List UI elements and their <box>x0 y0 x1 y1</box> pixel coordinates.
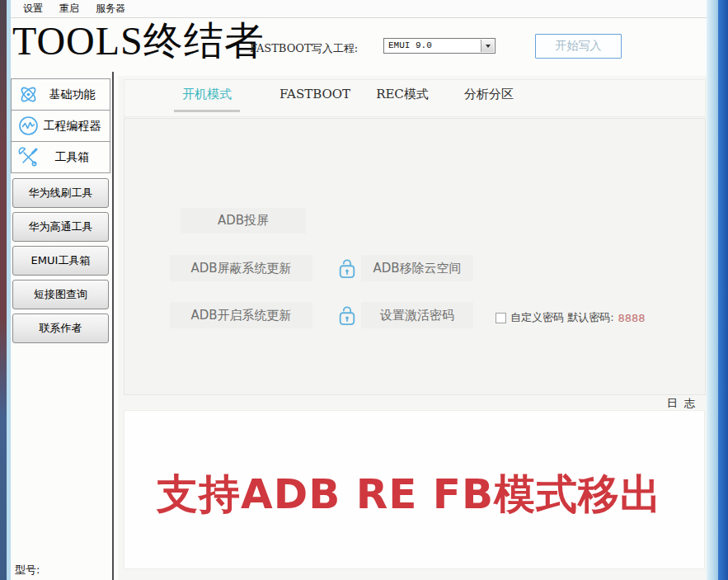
waveform-icon <box>17 115 40 137</box>
active-tab-underline <box>174 110 240 112</box>
huawei-qualcomm-tool-button[interactable]: 华为高通工具 <box>12 212 109 242</box>
start-write-button[interactable]: 开始写入 <box>535 34 622 59</box>
adb-enable-update-button[interactable]: ADB开启系统更新 <box>170 302 312 328</box>
tools-icon <box>17 146 40 168</box>
project-select[interactable]: EMUI 9.0 <box>383 38 496 54</box>
tab-analyze-partition[interactable]: 分析分区 <box>456 87 522 102</box>
log-banner-text: 支持ADB RE FB模式移出 <box>157 467 662 522</box>
sidebar-item-label: 工具箱 <box>40 150 110 165</box>
app-window: 设置 重启 服务器 TOOLS终结者 FASTBOOT写入工程: EMUI 9.… <box>11 0 707 580</box>
model-label: 型号: <box>15 563 40 578</box>
short-circuit-diagram-button[interactable]: 短接图查询 <box>12 280 109 309</box>
huawei-flash-tool-button[interactable]: 华为线刷工具 <box>12 178 109 208</box>
adb-cast-button[interactable]: ADB投屏 <box>181 208 306 233</box>
adb-remove-cloud-button[interactable]: ADB移除云空间 <box>361 255 473 281</box>
unlock-icon <box>336 255 357 281</box>
default-password-value: 8888 <box>618 312 646 324</box>
window-border-right <box>707 0 718 580</box>
contact-author-button[interactable]: 联系作者 <box>12 314 109 343</box>
tab-fastboot[interactable]: FASTBOOT <box>279 87 345 101</box>
sidebar-item-label: 工程编程器 <box>40 119 110 134</box>
unlock-icon <box>336 302 357 328</box>
sidebar-item-basic-functions[interactable]: 基础功能 <box>11 78 110 111</box>
tab-content-panel: ADB投屏 ADB屏蔽系统更新 ADB移除云空间 ADB开启系统更新 <box>124 118 706 395</box>
background-window-edge <box>0 0 7 580</box>
screen: 设置 重启 服务器 TOOLS终结者 FASTBOOT写入工程: EMUI 9.… <box>0 0 728 580</box>
set-activation-password-button[interactable]: 设置激活密码 <box>361 302 473 328</box>
sidebar-item-project-programmer[interactable]: 工程编程器 <box>11 110 110 142</box>
sidebar-splitter[interactable] <box>112 72 114 580</box>
dropdown-arrow-icon[interactable] <box>481 40 494 52</box>
tab-rec-mode[interactable]: REC模式 <box>369 87 435 102</box>
log-label: 日 志 <box>124 396 697 411</box>
adb-block-update-button[interactable]: ADB屏蔽系统更新 <box>170 255 312 281</box>
emui-toolbox-button[interactable]: EMUI工具箱 <box>12 246 109 276</box>
fastboot-project-label: FASTBOOT写入工程: <box>250 41 358 56</box>
custom-password-label: 自定义密码 默认密码: <box>510 310 614 325</box>
custom-password-row: 自定义密码 默认密码: 8888 <box>496 310 646 325</box>
tab-boot-mode[interactable]: 开机模式 <box>174 87 240 102</box>
sidebar-item-toolbox[interactable]: 工具箱 <box>11 141 110 173</box>
desktop-edge <box>718 0 728 580</box>
sidebar-item-label: 基础功能 <box>40 87 110 102</box>
log-panel[interactable]: 支持ADB RE FB模式移出 <box>124 410 705 569</box>
custom-password-checkbox[interactable] <box>496 313 506 323</box>
atom-icon <box>17 83 40 106</box>
tab-bar: 开机模式 FASTBOOT REC模式 分析分区 <box>124 79 706 117</box>
app-title: TOOLS终结者 <box>12 15 265 68</box>
project-select-value: EMUI 9.0 <box>388 40 432 50</box>
